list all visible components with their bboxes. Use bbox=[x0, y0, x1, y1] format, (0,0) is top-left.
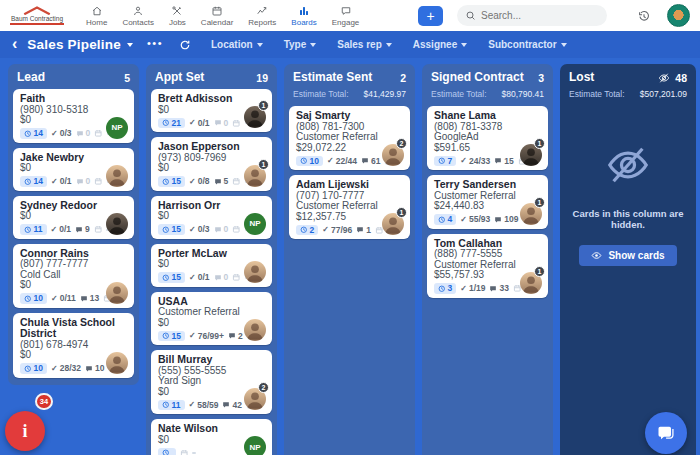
avatar: NP bbox=[244, 213, 266, 235]
card-porter-mclaw[interactable]: Porter McLaw$015✓0/10 bbox=[151, 244, 272, 287]
nav-item-jobs[interactable]: Jobs bbox=[169, 5, 186, 27]
tasks-badge: ✓0/1 bbox=[51, 225, 72, 234]
app-window: Baum Contracting HomeContactsJobsCalenda… bbox=[0, 0, 700, 455]
card-name: Faith bbox=[20, 93, 127, 105]
tasks-value: 1/19 bbox=[469, 284, 486, 293]
days-in-status-badge: 11 bbox=[20, 224, 47, 235]
nav-item-contacts[interactable]: Contacts bbox=[122, 5, 154, 27]
card-tom-callahan[interactable]: Tom Callahan(888) 777-5555Customer Refer… bbox=[427, 234, 548, 298]
filter-label: Location bbox=[211, 39, 253, 50]
tasks-value: 22/44 bbox=[336, 157, 357, 166]
top-nav-bar: Baum Contracting HomeContactsJobsCalenda… bbox=[0, 0, 700, 31]
card-jason-epperson[interactable]: Jason Epperson(973) 809-7969$015✓0/851 bbox=[151, 137, 272, 191]
filter-sales-rep[interactable]: Sales rep bbox=[337, 39, 391, 50]
search-input[interactable] bbox=[481, 10, 599, 21]
filter-subcontractor[interactable]: Subcontractor bbox=[488, 39, 566, 50]
home-icon bbox=[91, 5, 103, 17]
card-faith[interactable]: Faith(980) 310-5318$014✓0/30NP bbox=[13, 89, 134, 143]
calendar-small-icon bbox=[94, 177, 103, 186]
card-brett-adkisson[interactable]: Brett Adkisson$021✓0/101 bbox=[151, 89, 272, 132]
card-bill-murray[interactable]: Bill Murray(555) 555-5555Yard Sign$011✓5… bbox=[151, 350, 272, 414]
card-usaa[interactable]: USAACustomer Referral$015✓76/99+2 bbox=[151, 292, 272, 346]
days-value: 2 bbox=[310, 226, 315, 235]
chat-widget-button[interactable] bbox=[645, 412, 687, 454]
card-adam-lijewski[interactable]: Adam Lijewski(707) 170-7777Customer Refe… bbox=[289, 175, 410, 239]
nav-item-boards[interactable]: Boards bbox=[291, 5, 316, 27]
help-widget-button[interactable]: i bbox=[5, 411, 45, 451]
notification-badge: 2 bbox=[396, 138, 407, 149]
show-cards-button[interactable]: Show cards bbox=[579, 245, 676, 266]
card-sydney-redoor[interactable]: Sydney Redoor$011✓0/19 bbox=[13, 196, 134, 239]
days-value: 15 bbox=[172, 332, 181, 341]
card-terry-sandersen[interactable]: Terry SandersenCustomer Referral$24,440.… bbox=[427, 175, 548, 229]
eye-slash-icon bbox=[658, 72, 670, 84]
card-shane-lama[interactable]: Shane Lama(808) 781-3378GoogleAd$591.657… bbox=[427, 106, 548, 170]
card-detail-line: GoogleAd bbox=[434, 132, 541, 143]
clock-icon bbox=[24, 130, 32, 138]
filter-label: Subcontractor bbox=[488, 39, 556, 50]
nav-item-engage[interactable]: Engage bbox=[332, 5, 360, 27]
search-box[interactable] bbox=[457, 5, 607, 26]
nav-item-home[interactable]: Home bbox=[86, 5, 107, 27]
days-in-status-badge: 15 bbox=[158, 224, 185, 235]
nav-item-reports[interactable]: Reports bbox=[248, 5, 276, 27]
days-in-status-badge: 3 bbox=[434, 283, 456, 294]
company-logo[interactable]: Baum Contracting bbox=[10, 6, 64, 25]
comments-value: 0 bbox=[224, 273, 229, 282]
comments-value: 5 bbox=[224, 177, 229, 186]
filter-type[interactable]: Type bbox=[284, 39, 317, 50]
avatar bbox=[106, 213, 128, 235]
add-button[interactable]: + bbox=[418, 6, 443, 26]
clock-icon bbox=[162, 449, 170, 455]
board-title-dropdown[interactable]: Sales Pipeline bbox=[27, 37, 133, 52]
filter-assignee[interactable]: Assignee bbox=[413, 39, 467, 50]
boards-icon bbox=[298, 5, 310, 17]
tasks-badge: ✓1/19 bbox=[460, 284, 485, 293]
days-value: 15 bbox=[172, 177, 181, 186]
card-name: Nate Wilson bbox=[158, 423, 265, 435]
check-icon: ✓ bbox=[189, 401, 196, 409]
user-avatar[interactable] bbox=[667, 4, 690, 27]
card-detail-line: Customer Referral bbox=[296, 132, 403, 143]
card-saj-smarty[interactable]: Saj Smarty(808) 781-7300Customer Referra… bbox=[289, 106, 410, 170]
check-icon: ✓ bbox=[189, 119, 196, 127]
tasks-value: 0/3 bbox=[60, 129, 72, 138]
check-icon: ✓ bbox=[189, 332, 196, 340]
nav-item-calendar[interactable]: Calendar bbox=[201, 5, 233, 27]
tasks-value: 28/32 bbox=[60, 364, 81, 373]
card-name: Terry Sandersen bbox=[434, 179, 541, 191]
filter-label: Type bbox=[284, 39, 307, 50]
card-name: Saj Smarty bbox=[296, 110, 403, 122]
hidden-cards-message: Cards in this column are hidden. bbox=[568, 208, 688, 230]
calendar-small-icon bbox=[232, 177, 241, 186]
chevron-down-icon bbox=[386, 43, 392, 47]
card-jake-newbry[interactable]: Jake Newbry$014✓0/10 bbox=[13, 148, 134, 191]
estimate-total-value: $41,429.97 bbox=[363, 89, 406, 99]
card-nate-wilson[interactable]: Nate Wilson$0NP bbox=[151, 419, 272, 455]
comments-badge: 1 bbox=[356, 226, 371, 235]
filter-location[interactable]: Location bbox=[211, 39, 263, 50]
more-options-icon[interactable]: ••• bbox=[147, 37, 163, 49]
refresh-icon[interactable] bbox=[179, 39, 191, 51]
clock-icon bbox=[438, 216, 446, 224]
avatar bbox=[106, 165, 128, 187]
card-name: Adam Lijewski bbox=[296, 179, 403, 191]
person-icon bbox=[106, 213, 128, 235]
filter-label: Assignee bbox=[413, 39, 457, 50]
tasks-badge: ✓0/11 bbox=[51, 294, 76, 303]
comments-badge: 2 bbox=[228, 332, 243, 341]
card-connor-rains[interactable]: Connor Rains(807) 777-7777Cold Call$010✓… bbox=[13, 244, 134, 308]
clock-icon bbox=[162, 226, 170, 234]
nav-item-label: Engage bbox=[332, 18, 360, 27]
days-in-status-badge: 21 bbox=[158, 118, 185, 129]
card-detail-line: (888) 777-5555 bbox=[434, 249, 541, 260]
card-harrison-orr[interactable]: Harrison Orr$015✓0/30NP bbox=[151, 196, 272, 239]
history-icon[interactable] bbox=[637, 9, 651, 23]
card-chula-vista-school-district[interactable]: Chula Vista School District(801) 678-497… bbox=[13, 313, 134, 378]
check-icon: ✓ bbox=[460, 285, 467, 293]
back-chevron-icon[interactable]: ‹ bbox=[12, 36, 17, 54]
nav-item-label: Home bbox=[86, 18, 107, 27]
clock-icon bbox=[162, 119, 170, 127]
clock-icon bbox=[24, 295, 32, 303]
avatar: NP bbox=[106, 117, 128, 139]
